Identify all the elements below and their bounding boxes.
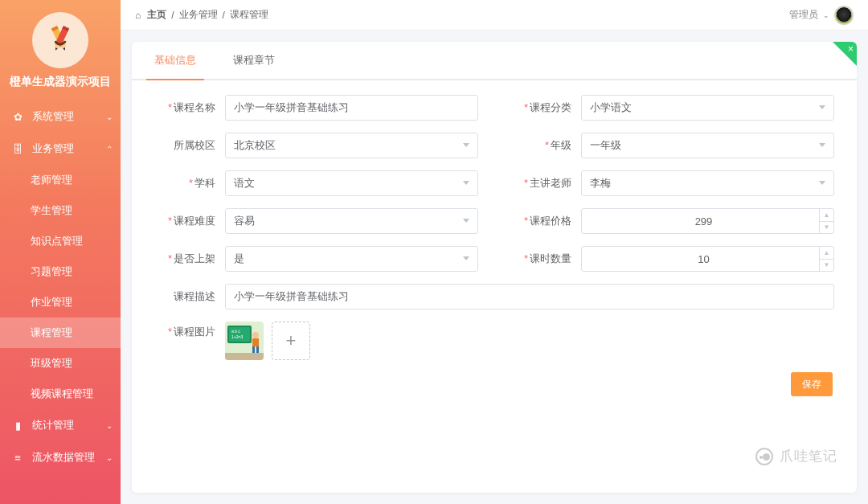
svg-rect-15 [252, 346, 255, 353]
label-description: 课程描述 [174, 290, 215, 302]
save-button[interactable]: 保存 [791, 372, 833, 396]
header: ⌂ 主页 / 业务管理 / 课程管理 管理员 ⌄ [121, 0, 868, 31]
sidebar-item-student[interactable]: 学生管理 [0, 195, 121, 226]
label-image: 课程图片 [174, 326, 215, 338]
admin-menu[interactable]: 管理员 ⌄ [789, 6, 854, 25]
label-teacher: 主讲老师 [530, 177, 571, 189]
tab-basic-info[interactable]: 基础信息 [146, 42, 204, 79]
sidebar-item-course[interactable]: 课程管理 [0, 318, 121, 348]
sidebar-item-video[interactable]: 视频课程管理 [0, 379, 121, 409]
price-stepper[interactable]: 299▲▼ [581, 208, 834, 234]
caret-up-icon[interactable]: ▲ [820, 247, 833, 260]
flow-icon: ≡ [11, 451, 24, 464]
sidebar-item-homework[interactable]: 作业管理 [0, 287, 121, 318]
chevron-down-icon: ⌄ [106, 113, 113, 121]
breadcrumb-home[interactable]: 主页 [147, 8, 166, 22]
sidebar-item-stats[interactable]: ▮统计管理⌄ [0, 409, 121, 441]
label-grade: 年级 [551, 139, 571, 151]
label-lesson-count: 课时数量 [530, 252, 571, 264]
svg-text:a b c: a b c [231, 329, 240, 334]
teacher-select[interactable]: 李梅 [581, 170, 834, 196]
label-course-name: 课程名称 [174, 101, 215, 113]
breadcrumb-l1[interactable]: 业务管理 [179, 8, 218, 22]
label-subject: 学科 [194, 177, 215, 189]
bar-chart-icon: ▮ [11, 419, 24, 432]
chevron-up-icon: ⌃ [106, 145, 113, 154]
caret-up-icon[interactable]: ▲ [820, 209, 833, 222]
label-on-shelf: 是否上架 [174, 252, 215, 264]
label-price: 课程价格 [530, 215, 571, 227]
breadcrumb-l2[interactable]: 课程管理 [230, 8, 268, 22]
campus-select[interactable]: 北京校区 [225, 133, 478, 158]
sidebar-item-biz[interactable]: 🗄业务管理⌃ [0, 133, 121, 165]
course-name-input[interactable]: 小学一年级拼音基础练习 [225, 95, 478, 121]
svg-rect-17 [225, 353, 264, 360]
chevron-down-icon: ⌄ [823, 11, 829, 19]
home-icon: ⌂ [135, 10, 141, 21]
sidebar: 橙单生成器演示项目 ✿系统管理⌄ 🗄业务管理⌃ 老师管理 学生管理 知识点管理 … [0, 0, 121, 504]
caret-down-icon[interactable]: ▼ [820, 260, 833, 272]
chevron-down-icon: ⌄ [106, 421, 113, 430]
image-uploader[interactable]: + [272, 322, 310, 360]
breadcrumb: ⌂ 主页 / 业务管理 / 课程管理 [135, 8, 789, 22]
description-input[interactable]: 小学一年级拼音基础练习 [225, 284, 834, 309]
caret-down-icon[interactable]: ▼ [820, 222, 833, 234]
nav: ✿系统管理⌄ 🗄业务管理⌃ 老师管理 学生管理 知识点管理 习题管理 作业管理 … [0, 100, 121, 473]
on-shelf-select[interactable]: 是 [225, 246, 478, 272]
sidebar-item-system[interactable]: ✿系统管理⌄ [0, 100, 121, 133]
difficulty-select[interactable]: 容易 [225, 208, 478, 234]
course-category-select[interactable]: 小学语文 [581, 95, 834, 121]
briefcase-icon: 🗄 [11, 142, 24, 155]
app-name: 橙单生成器演示项目 [10, 75, 111, 89]
tab-chapters[interactable]: 课程章节 [225, 42, 283, 79]
form: *课程名称 小学一年级拼音基础练习 *课程分类 小学语文 所属校区 北京校区 [132, 80, 857, 493]
lesson-count-stepper[interactable]: 10▲▼ [581, 246, 834, 272]
gear-icon: ✿ [11, 110, 24, 123]
grade-select[interactable]: 一年级 [581, 133, 834, 158]
label-campus: 所属校区 [174, 139, 215, 151]
app-logo [32, 12, 88, 68]
avatar [834, 6, 854, 25]
svg-point-13 [252, 332, 259, 338]
tabs: 基础信息 课程章节 [132, 42, 857, 80]
chevron-down-icon: ⌄ [106, 453, 113, 462]
card: × 基础信息 课程章节 *课程名称 小学一年级拼音基础练习 *课程分类 小学语文 [132, 42, 857, 493]
svg-text:1+2=3: 1+2=3 [231, 334, 243, 339]
main: ⌂ 主页 / 业务管理 / 课程管理 管理员 ⌄ × 基础信息 课程章节 [121, 0, 868, 504]
svg-rect-14 [252, 338, 259, 346]
label-difficulty: 课程难度 [174, 215, 215, 227]
svg-rect-16 [256, 346, 259, 353]
sidebar-item-class[interactable]: 班级管理 [0, 348, 121, 379]
course-image-thumb[interactable]: a b c1+2=3 [225, 322, 264, 360]
plus-icon: + [286, 330, 297, 351]
sidebar-item-exercise[interactable]: 习题管理 [0, 256, 121, 287]
label-course-category: 课程分类 [530, 101, 571, 113]
subject-select[interactable]: 语文 [225, 170, 478, 196]
sidebar-item-knowledge[interactable]: 知识点管理 [0, 226, 121, 256]
sidebar-item-teacher[interactable]: 老师管理 [0, 165, 121, 195]
sidebar-item-flow[interactable]: ≡流水数据管理⌄ [0, 441, 121, 473]
